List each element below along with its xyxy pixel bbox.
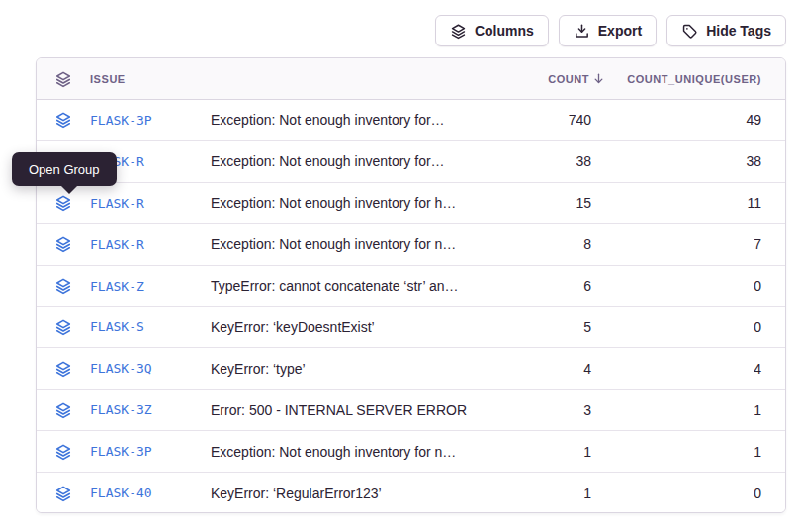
issue-column-header: ISSUE bbox=[90, 73, 483, 85]
open-group-button[interactable] bbox=[37, 235, 90, 253]
open-group-button[interactable] bbox=[37, 401, 90, 419]
export-button[interactable]: Export bbox=[559, 15, 657, 46]
count-unique-value: 1 bbox=[591, 444, 785, 460]
issue-id-link[interactable]: FLASK-3Q bbox=[90, 361, 211, 376]
issue-title: KeyError: ‘type’ bbox=[211, 361, 483, 377]
count-column-label: COUNT bbox=[548, 73, 589, 85]
count-value: 15 bbox=[483, 195, 591, 211]
count-value: 38 bbox=[483, 153, 591, 169]
table-row[interactable]: FLASK-Z TypeError: cannot concatenate ‘s… bbox=[37, 266, 785, 308]
table-row[interactable]: FLASK-R Exception: Not enough inventory … bbox=[37, 141, 785, 183]
count-unique-value: 0 bbox=[591, 278, 785, 294]
open-group-tooltip: Open Group bbox=[12, 152, 117, 186]
tag-icon bbox=[681, 23, 698, 40]
layers-icon bbox=[54, 318, 72, 336]
open-group-button[interactable] bbox=[37, 194, 90, 212]
count-value: 3 bbox=[483, 402, 591, 418]
issue-title: Error: 500 - INTERNAL SERVER ERROR bbox=[211, 402, 483, 418]
issue-id-link[interactable]: FLASK-Z bbox=[90, 279, 211, 294]
count-value: 740 bbox=[483, 112, 591, 128]
layers-icon bbox=[54, 443, 72, 461]
open-group-button[interactable] bbox=[37, 318, 90, 336]
download-icon bbox=[574, 23, 590, 40]
issue-id-link[interactable]: FLASK-40 bbox=[90, 486, 211, 500]
issue-title: Exception: Not enough inventory for n… bbox=[211, 236, 483, 252]
tooltip-text: Open Group bbox=[29, 162, 100, 177]
issue-title: Exception: Not enough inventory for n… bbox=[211, 444, 483, 460]
toolbar: Columns Export Hide Tags bbox=[435, 15, 786, 46]
layers-icon bbox=[54, 277, 72, 295]
issue-id-link[interactable]: FLASK-S bbox=[90, 319, 211, 334]
issue-title: Exception: Not enough inventory for… bbox=[211, 112, 483, 128]
layers-icon bbox=[54, 111, 72, 129]
count-unique-value: 0 bbox=[591, 319, 785, 335]
count-unique-value: 7 bbox=[591, 236, 785, 252]
count-unique-value: 49 bbox=[591, 112, 785, 128]
count-unique-value: 11 bbox=[591, 195, 785, 211]
issue-title: KeyError: ‘RegularError123’ bbox=[211, 486, 483, 501]
table-row[interactable]: FLASK-3Q KeyError: ‘type’ 4 4 bbox=[37, 348, 785, 390]
issue-id-link[interactable]: FLASK-3P bbox=[90, 113, 211, 128]
layers-icon bbox=[54, 235, 72, 253]
count-unique-value: 38 bbox=[591, 153, 785, 169]
layers-icon bbox=[54, 70, 72, 88]
issue-title: TypeError: cannot concatenate ‘str’ an… bbox=[211, 278, 483, 294]
issue-title: KeyError: ‘keyDoesntExist’ bbox=[211, 319, 483, 335]
open-group-button[interactable] bbox=[37, 485, 90, 502]
issue-id-link[interactable]: FLASK-R bbox=[90, 237, 211, 252]
sort-desc-icon bbox=[592, 72, 605, 85]
table-row[interactable]: FLASK-R Exception: Not enough inventory … bbox=[37, 183, 785, 224]
table-row[interactable]: FLASK-3P Exception: Not enough inventory… bbox=[37, 100, 785, 141]
layers-icon bbox=[54, 360, 72, 378]
columns-button[interactable]: Columns bbox=[435, 15, 549, 46]
count-unique-column-header[interactable]: COUNT_UNIQUE(USER) bbox=[605, 73, 785, 85]
table-row[interactable]: FLASK-40 KeyError: ‘RegularError123’ 1 0 bbox=[37, 473, 785, 513]
table-row[interactable]: FLASK-3P Exception: Not enough inventory… bbox=[37, 431, 785, 473]
open-group-button[interactable] bbox=[37, 277, 90, 295]
issues-table: ISSUE COUNT COUNT_UNIQUE(USER) FLASK-3P … bbox=[36, 57, 786, 513]
count-value: 5 bbox=[483, 319, 591, 335]
export-button-label: Export bbox=[598, 23, 642, 39]
open-group-button[interactable] bbox=[37, 360, 90, 378]
table-row[interactable]: FLASK-R Exception: Not enough inventory … bbox=[37, 224, 785, 266]
layers-icon bbox=[450, 23, 467, 40]
layers-icon bbox=[54, 401, 72, 419]
issue-id-link[interactable]: FLASK-3Z bbox=[90, 402, 211, 417]
issue-id-link[interactable]: FLASK-3P bbox=[90, 444, 211, 459]
table-body: FLASK-3P Exception: Not enough inventory… bbox=[37, 100, 785, 513]
table-row[interactable]: FLASK-S KeyError: ‘keyDoesntExist’ 5 0 bbox=[37, 307, 785, 348]
count-value: 6 bbox=[483, 278, 591, 294]
layers-icon bbox=[54, 194, 72, 212]
count-value: 4 bbox=[483, 361, 591, 377]
layers-icon bbox=[54, 485, 72, 502]
count-value: 8 bbox=[483, 236, 591, 252]
count-value: 1 bbox=[483, 486, 591, 501]
count-unique-value: 4 bbox=[591, 361, 785, 377]
count-unique-value: 1 bbox=[591, 402, 785, 418]
issue-column-icon-cell bbox=[37, 70, 90, 88]
count-value: 1 bbox=[483, 444, 591, 460]
issue-title: Exception: Not enough inventory for h… bbox=[211, 195, 483, 211]
table-row[interactable]: FLASK-3Z Error: 500 - INTERNAL SERVER ER… bbox=[37, 390, 785, 431]
count-unique-value: 0 bbox=[591, 486, 785, 501]
open-group-button[interactable] bbox=[37, 443, 90, 461]
issue-title: Exception: Not enough inventory for… bbox=[211, 153, 483, 169]
table-header-row: ISSUE COUNT COUNT_UNIQUE(USER) bbox=[37, 58, 785, 100]
open-group-button[interactable] bbox=[37, 111, 90, 129]
columns-button-label: Columns bbox=[475, 23, 534, 39]
hide-tags-button-label: Hide Tags bbox=[706, 23, 771, 39]
count-column-header[interactable]: COUNT bbox=[483, 72, 605, 85]
hide-tags-button[interactable]: Hide Tags bbox=[666, 15, 786, 46]
issue-id-link[interactable]: FLASK-R bbox=[90, 196, 211, 211]
